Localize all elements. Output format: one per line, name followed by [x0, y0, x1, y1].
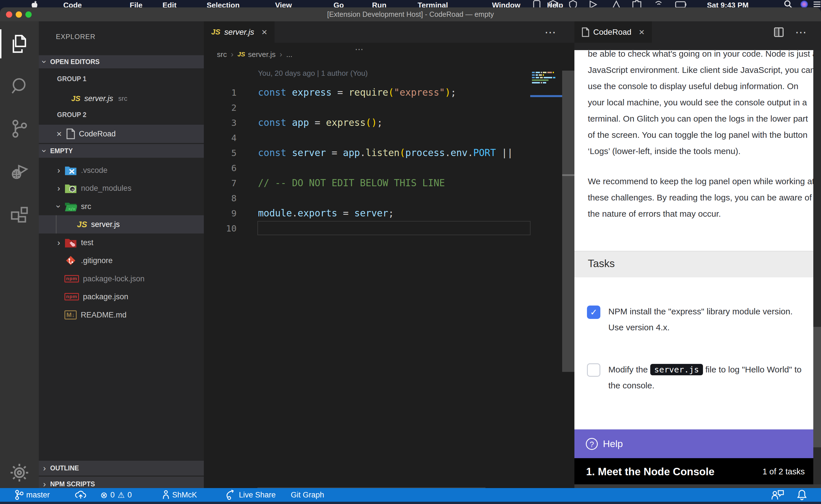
- editor-vertical-scrollbar[interactable]: [562, 71, 574, 372]
- breadcrumb-symbol[interactable]: ...: [286, 50, 293, 59]
- problems-indicator[interactable]: ⊗ 0 ⚠ 0: [100, 488, 132, 502]
- warning-count: 0: [127, 491, 132, 499]
- live-share-user[interactable]: ShMcK: [162, 488, 197, 502]
- empty-folder-section-header[interactable]: › EMPTY: [39, 144, 204, 158]
- tree-item-package-lock[interactable]: npm package-lock.json: [39, 270, 204, 288]
- tasks-section-header: Tasks: [574, 251, 813, 277]
- menu-item-code[interactable]: Code: [63, 1, 82, 7]
- tab-coderoad[interactable]: CodeRoad ×: [574, 21, 652, 43]
- code-line[interactable]: 3const app = express();: [204, 115, 530, 130]
- task1-checkbox[interactable]: ✓: [587, 306, 600, 319]
- outline-section-header[interactable]: › OUTLINE: [39, 461, 204, 476]
- src-folder-icon: </>: [64, 201, 77, 212]
- close-tab-icon[interactable]: ×: [639, 26, 645, 38]
- window-title: [Extension Development Host] - CodeRoad …: [0, 10, 821, 19]
- vscode-window: [Extension Development Host] - CodeRoad …: [0, 7, 821, 504]
- menu-item-window[interactable]: Window: [492, 1, 520, 7]
- open-editor-name: server.js: [84, 94, 113, 103]
- editor-group1-label: GROUP 1: [57, 75, 86, 83]
- code-line[interactable]: 4: [204, 130, 530, 145]
- tree-item-vscode[interactable]: › .vscode: [39, 161, 204, 179]
- spotlight-search-icon[interactable]: [784, 0, 793, 7]
- git-branch-icon: [15, 490, 23, 500]
- open-editor-serverjs[interactable]: JS server.js src: [39, 89, 204, 108]
- menu-item-view[interactable]: View: [275, 1, 292, 7]
- close-editor-icon[interactable]: ×: [56, 129, 62, 139]
- chevron-right-icon: ›: [53, 165, 64, 175]
- menu-item-run[interactable]: Run: [372, 1, 387, 7]
- tree-item-test[interactable]: › test: [39, 233, 204, 252]
- minimap[interactable]: [530, 71, 562, 83]
- close-tab-icon[interactable]: ×: [262, 26, 268, 38]
- branch-name: master: [26, 491, 50, 499]
- code-line[interactable]: 9module.exports = server;: [204, 206, 530, 221]
- task2-checkbox[interactable]: [587, 363, 600, 377]
- breadcrumb-separator-icon: ›: [280, 50, 282, 59]
- code-lines[interactable]: 1const express = require("express");23co…: [204, 85, 530, 236]
- git-graph-button[interactable]: Git Graph: [291, 488, 324, 502]
- notifications-button[interactable]: [797, 488, 807, 502]
- menu-item-file[interactable]: File: [130, 1, 142, 7]
- lesson-title-bar[interactable]: 1. Meet the Node Console 1 of 2 tasks: [574, 458, 813, 484]
- tree-item-package-json[interactable]: npm package.json: [39, 288, 204, 306]
- webview-scrollbar-thumb[interactable]: [813, 327, 821, 447]
- code-line[interactable]: 5const server = app.listen(process.env.P…: [204, 145, 530, 160]
- code-line[interactable]: 10: [204, 221, 530, 236]
- webview-scrollbar[interactable]: [813, 50, 821, 484]
- extensions-view-button[interactable]: [0, 199, 39, 230]
- search-view-button[interactable]: [0, 70, 39, 102]
- window-title-bar[interactable]: [Extension Development Host] - CodeRoad …: [0, 7, 821, 21]
- apple-logo-icon[interactable]: [31, 1, 38, 7]
- menu-clock[interactable]: Sat 9:43 PM: [707, 1, 749, 7]
- code-line[interactable]: 8: [204, 190, 530, 206]
- system-tray-icons[interactable]: [533, 0, 701, 7]
- run-debug-view-button[interactable]: [0, 156, 39, 188]
- editor-actions[interactable]: ⋯: [774, 21, 806, 43]
- open-editors-section-header[interactable]: › OPEN EDITORS: [39, 55, 204, 68]
- menu-item-selection[interactable]: Selection: [207, 1, 240, 7]
- tree-item-gitignore[interactable]: .gitignore: [39, 251, 204, 270]
- npm-scripts-section-header[interactable]: › NPM SCRIPTS: [39, 477, 204, 488]
- menu-item-edit[interactable]: Edit: [162, 1, 176, 7]
- breadcrumb-file[interactable]: server.js: [248, 50, 276, 59]
- open-editor-detail: src: [118, 95, 127, 103]
- live-share-button[interactable]: Live Share: [225, 488, 276, 502]
- tasks-header-label: Tasks: [588, 258, 615, 270]
- code-line[interactable]: 7// -- DO NOT EDIT BELOW THIS LINE: [204, 175, 530, 190]
- control-center-icon[interactable]: [813, 1, 821, 7]
- more-actions-icon[interactable]: ⋯: [544, 26, 556, 39]
- more-actions-icon[interactable]: ⋯: [795, 26, 806, 39]
- tree-item-readme[interactable]: M↓ README.md: [39, 306, 204, 324]
- code-line[interactable]: 2: [204, 100, 530, 115]
- tree-item-src[interactable]: › </> src: [39, 197, 204, 216]
- line-number: 9: [204, 208, 237, 218]
- feedback-button[interactable]: [771, 488, 784, 502]
- chevron-right-icon: ›: [53, 238, 64, 247]
- editor-actions[interactable]: ⋯: [544, 21, 556, 43]
- open-editor-coderoad[interactable]: × CodeRoad: [39, 125, 204, 143]
- tab-serverjs[interactable]: JS server.js ×: [204, 21, 275, 43]
- tree-item-node-modules[interactable]: › JS node_modules: [39, 179, 204, 197]
- split-editor-icon[interactable]: [774, 27, 784, 37]
- tree-item-serverjs[interactable]: JS server.js: [39, 215, 204, 233]
- code-line[interactable]: 1const express = require("express");: [204, 85, 530, 100]
- menu-item-terminal[interactable]: Terminal: [418, 1, 448, 7]
- question-icon: ?: [586, 438, 598, 450]
- explorer-view-button[interactable]: [0, 28, 39, 60]
- inline-hint-dots: ⋯: [355, 44, 363, 54]
- branch-indicator[interactable]: master: [15, 488, 50, 502]
- sync-button[interactable]: [75, 488, 87, 502]
- live-share-label: Live Share: [239, 491, 276, 499]
- code-line[interactable]: 6: [204, 160, 530, 175]
- menu-item-go[interactable]: Go: [334, 1, 344, 7]
- breadcrumb[interactable]: src › JS server.js › ...: [217, 46, 293, 63]
- help-bar[interactable]: ? Help: [574, 429, 821, 458]
- source-control-view-button[interactable]: [0, 113, 39, 144]
- siri-icon[interactable]: [800, 0, 808, 7]
- manage-button[interactable]: [0, 457, 39, 488]
- node-modules-folder-icon: JS: [64, 183, 77, 194]
- line-number: 10: [204, 223, 237, 233]
- git-icon: [64, 255, 77, 266]
- breadcrumb-folder[interactable]: src: [217, 50, 227, 59]
- minimap-slider[interactable]: [530, 95, 562, 97]
